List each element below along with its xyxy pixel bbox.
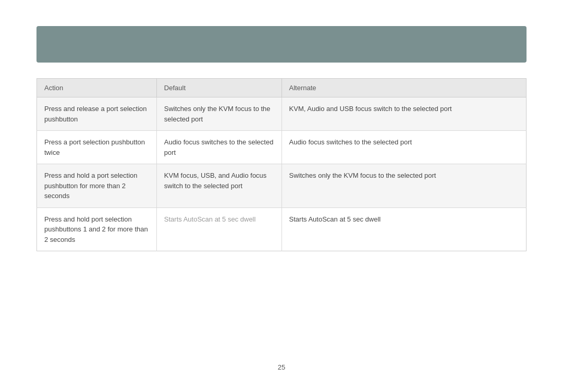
cell-action: Press and hold a port selection pushbutt… (37, 164, 157, 208)
cell-action: Press and release a port selection pushb… (37, 97, 157, 131)
cell-alternate: KVM, Audio and USB focus switch to the s… (282, 97, 526, 131)
table-row: Press a port selection pushbutton twiceA… (37, 131, 527, 164)
table-body: Press and release a port selection pushb… (37, 97, 527, 251)
cell-default: Starts AutoScan at 5 sec dwell (156, 207, 282, 251)
cell-default: KVM focus, USB, and Audio focus switch t… (156, 164, 282, 208)
page-number: 25 (278, 363, 285, 371)
table-header-row: Action Default Alternate (37, 79, 527, 97)
header-bar (36, 26, 527, 63)
cell-alternate: Starts AutoScan at 5 sec dwell (282, 207, 526, 251)
column-header-default: Default (156, 79, 282, 97)
table-row: Press and hold port selection pushbutton… (37, 207, 527, 251)
cell-alternate: Audio focus switches to the selected por… (282, 131, 526, 164)
cell-default: Audio focus switches to the selected por… (156, 131, 282, 164)
table-row: Press and release a port selection pushb… (37, 97, 527, 131)
column-header-alternate: Alternate (282, 79, 526, 97)
cell-default: Switches only the KVM focus to the selec… (156, 97, 282, 131)
column-header-action: Action (37, 79, 157, 97)
content-area: Action Default Alternate Press and relea… (36, 78, 527, 251)
cell-action: Press a port selection pushbutton twice (37, 131, 157, 164)
cell-action: Press and hold port selection pushbutton… (37, 207, 157, 251)
data-table: Action Default Alternate Press and relea… (36, 78, 527, 251)
table-row: Press and hold a port selection pushbutt… (37, 164, 527, 208)
cell-alternate: Switches only the KVM focus to the selec… (282, 164, 526, 208)
